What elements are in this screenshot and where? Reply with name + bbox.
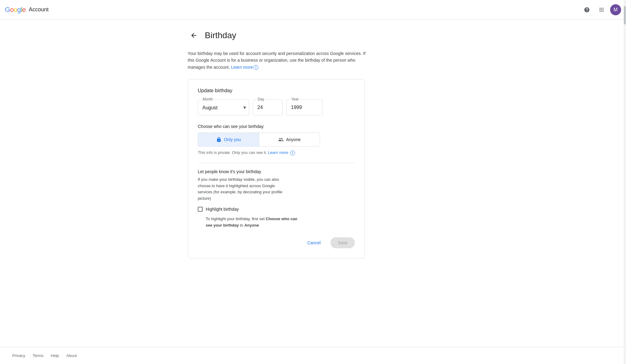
scrollbar[interactable] bbox=[624, 0, 626, 364]
logo-letter-o1: o bbox=[10, 6, 14, 14]
month-field-wrapper: Month January February March April May J… bbox=[198, 100, 249, 115]
scrollbar-thumb bbox=[624, 6, 626, 24]
logo-letter-g: G bbox=[5, 6, 10, 14]
year-input[interactable] bbox=[286, 100, 322, 115]
card-divider bbox=[198, 163, 355, 163]
page-description: Your birthday may be used for account se… bbox=[188, 50, 371, 71]
highlight-checkbox-label: Highlight birthday bbox=[206, 207, 239, 212]
birthday-card: Update birthday Month January February M… bbox=[188, 79, 365, 258]
update-birthday-title: Update birthday bbox=[198, 88, 355, 93]
footer-terms[interactable]: Terms bbox=[33, 353, 43, 358]
privacy-info-icon: i bbox=[290, 151, 295, 155]
apps-icon bbox=[598, 7, 605, 13]
page-title-row: Birthday bbox=[188, 27, 438, 42]
app-title: Account bbox=[29, 6, 49, 13]
footer-about[interactable]: About bbox=[66, 353, 77, 358]
lock-icon bbox=[216, 137, 222, 142]
cancel-button[interactable]: Cancel bbox=[300, 237, 328, 248]
header-left: Google Account bbox=[5, 6, 49, 14]
apps-button[interactable] bbox=[595, 4, 608, 16]
year-field-wrapper: Year bbox=[286, 100, 322, 115]
logo-letter-e: e bbox=[22, 6, 26, 14]
birthday-highlight-title: Let people know it's your birthday bbox=[198, 169, 355, 174]
highlight-note: To highlight your birthday, first set Ch… bbox=[206, 216, 304, 229]
avatar[interactable]: M bbox=[610, 4, 621, 15]
day-input[interactable] bbox=[253, 100, 283, 115]
footer-help[interactable]: Help bbox=[51, 353, 59, 358]
logo-letter-o2: o bbox=[13, 6, 17, 14]
learn-more-privacy-link[interactable]: Learn more bbox=[268, 150, 288, 155]
google-logo: Google bbox=[5, 6, 26, 14]
logo-letter-g2: g bbox=[17, 6, 21, 14]
action-row: Cancel Save bbox=[198, 237, 355, 248]
footer: Privacy Terms Help About bbox=[0, 347, 624, 364]
help-icon bbox=[584, 7, 590, 13]
visibility-title: Choose who can see your birthday bbox=[198, 124, 355, 129]
learn-more-link[interactable]: Learn more bbox=[231, 65, 253, 70]
save-button[interactable]: Save bbox=[330, 237, 355, 248]
header-right: M bbox=[581, 4, 621, 16]
highlight-checkbox-row: Highlight birthday bbox=[198, 207, 355, 212]
only-you-button[interactable]: Only you bbox=[198, 133, 259, 146]
info-icon: i bbox=[253, 65, 258, 70]
highlight-checkbox[interactable] bbox=[198, 207, 203, 212]
help-button[interactable] bbox=[581, 4, 593, 16]
anyone-button[interactable]: Anyone bbox=[259, 133, 320, 146]
main-content: Birthday Your birthday may be used for a… bbox=[175, 20, 451, 277]
header: Google Account M bbox=[0, 0, 626, 20]
privacy-note: This info is private. Only you can see i… bbox=[198, 150, 355, 155]
footer-privacy[interactable]: Privacy bbox=[12, 353, 25, 358]
back-button[interactable] bbox=[188, 29, 200, 42]
day-field-wrapper: Day bbox=[253, 100, 283, 115]
visibility-buttons: Only you Anyone bbox=[198, 133, 320, 147]
month-select-wrapper: January February March April May June Ju… bbox=[198, 100, 249, 115]
date-fields-row: Month January February March April May J… bbox=[198, 100, 355, 115]
people-icon bbox=[278, 137, 284, 142]
page-title: Birthday bbox=[205, 31, 236, 40]
month-select[interactable]: January February March April May June Ju… bbox=[198, 100, 249, 115]
back-icon bbox=[190, 32, 197, 39]
birthday-highlight-desc: If you make your birthday visible, you c… bbox=[198, 177, 289, 202]
